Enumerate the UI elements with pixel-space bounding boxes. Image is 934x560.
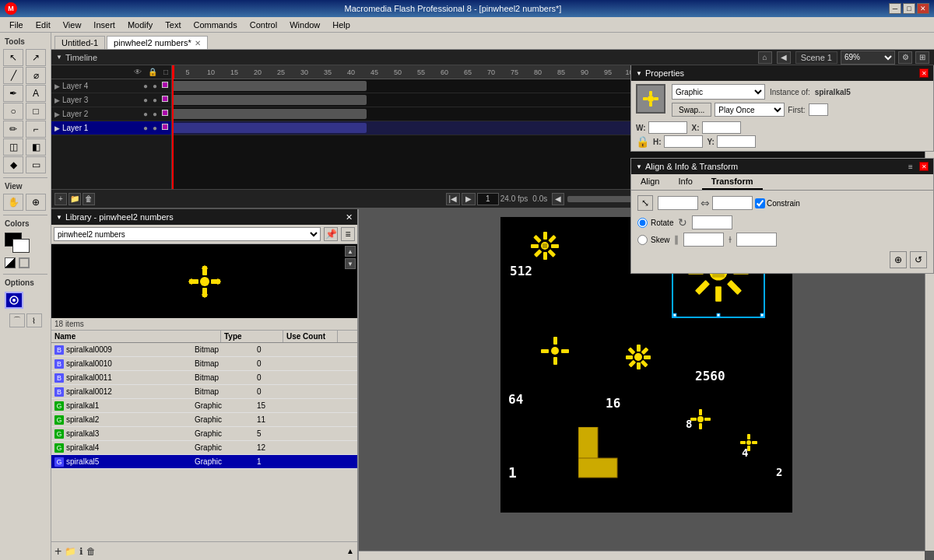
tab-close-icon[interactable]: ✕: [195, 39, 201, 47]
option-snap[interactable]: [5, 292, 23, 309]
properties-close-btn[interactable]: ✕: [919, 68, 929, 78]
rotate-input[interactable]: 0.0°: [692, 215, 732, 229]
menu-window[interactable]: Window: [283, 19, 326, 31]
swap-button[interactable]: Swap...: [672, 103, 711, 117]
rotate-radio[interactable]: [637, 218, 648, 228]
add-layer-btn[interactable]: +: [54, 193, 67, 205]
tab-info[interactable]: Info: [669, 174, 701, 190]
x-input[interactable]: 279.8: [702, 121, 741, 134]
scene-back-btn[interactable]: ◀: [777, 51, 791, 64]
play-once-select[interactable]: Play Once: [715, 103, 785, 117]
arrow-tool[interactable]: ↖: [3, 49, 23, 66]
lib-row-spiralkal2[interactable]: Gspiralkal2 Graphic 11: [51, 413, 357, 427]
library-table[interactable]: Bspiralkal0009 Bitmap 0 Bspiralkal0010 B…: [51, 343, 357, 541]
pen-tool[interactable]: ✒: [3, 85, 23, 102]
lib-row-spiralkal1[interactable]: Gspiralkal1 Graphic 15: [51, 399, 357, 413]
preview-nav-down[interactable]: ▼: [345, 258, 356, 269]
paint-bucket-tool[interactable]: ◧: [26, 138, 46, 156]
layer-row-4[interactable]: ▶ Layer 4 ● ●: [51, 79, 171, 93]
hand-tool[interactable]: ✋: [3, 194, 23, 211]
layer4-eye[interactable]: ●: [143, 82, 148, 90]
align-close-btn[interactable]: ✕: [919, 162, 929, 171]
scale-w-input[interactable]: 40.0%: [658, 196, 698, 210]
add-folder-btn[interactable]: 📁: [68, 193, 81, 205]
spiral-shape-5[interactable]: [738, 431, 760, 454]
skew-v-input[interactable]: 0.0°: [736, 233, 777, 247]
lib-row-spiralkal3[interactable]: Gspiralkal3 Graphic 5: [51, 427, 357, 441]
timeline-settings-btn[interactable]: ⊞: [915, 51, 929, 64]
menu-help[interactable]: Help: [326, 19, 356, 31]
play-btn[interactable]: ▶: [462, 193, 476, 205]
frame-step-btn[interactable]: |◀: [446, 193, 460, 205]
spiral-shape-4[interactable]: [687, 404, 715, 435]
layer2-eye[interactable]: ●: [143, 110, 148, 118]
fill-color[interactable]: [12, 239, 30, 253]
swap-colors[interactable]: [5, 257, 16, 268]
preview-nav-up[interactable]: ▲: [345, 246, 356, 257]
lib-row-spiralkal0012[interactable]: Bspiralkal0012 Bitmap 0: [51, 385, 357, 399]
transform-copy-btn[interactable]: ⊕: [890, 251, 907, 268]
frame-input[interactable]: 1: [477, 193, 499, 205]
menu-control[interactable]: Control: [244, 19, 283, 31]
library-filter-select[interactable]: pinwheel2 numbers: [54, 227, 321, 241]
lib-new-symbol-btn[interactable]: +: [54, 544, 61, 558]
text-tool[interactable]: A: [26, 85, 46, 102]
stage-hscroll[interactable]: [359, 551, 925, 560]
layer-row-1[interactable]: ▶ Layer 1 ● ●: [51, 121, 171, 135]
zoom-select[interactable]: 69%: [841, 51, 895, 65]
eyedropper-tool[interactable]: ◆: [3, 156, 23, 173]
spiral-shape-3[interactable]: [621, 338, 656, 376]
delete-layer-btn[interactable]: 🗑: [83, 193, 95, 205]
menu-insert[interactable]: Insert: [87, 19, 121, 31]
subselect-tool[interactable]: ↗: [26, 49, 46, 66]
lib-info-btn[interactable]: ℹ: [79, 546, 83, 557]
tab-untitled[interactable]: Untitled-1: [54, 36, 105, 49]
first-input[interactable]: 1: [809, 103, 828, 116]
lib-new-folder-btn[interactable]: 📁: [65, 546, 76, 557]
no-color[interactable]: [19, 257, 30, 268]
scale-h-input[interactable]: 40.0%: [712, 196, 753, 210]
menu-view[interactable]: View: [57, 19, 88, 31]
pencil-tool[interactable]: ✏: [3, 121, 23, 138]
lib-row-spiralkal5[interactable]: Gspiralkal5 Graphic 1: [51, 455, 357, 469]
align-menu-btn[interactable]: ≡: [905, 161, 916, 172]
rotate-radio-label[interactable]: Rotate: [637, 218, 673, 228]
line-tool[interactable]: ╱: [3, 67, 23, 84]
layer3-eye[interactable]: ●: [143, 96, 148, 104]
y-input[interactable]: 10.6: [717, 135, 756, 148]
straighten-btn[interactable]: ⌇: [26, 313, 42, 327]
skew-radio[interactable]: [637, 235, 648, 245]
lib-scroll-up[interactable]: ▲: [346, 547, 354, 555]
menu-modify[interactable]: Modify: [121, 19, 159, 31]
rect-tool[interactable]: □: [26, 103, 46, 120]
w-input[interactable]: 284.8: [648, 121, 687, 134]
layer3-lock[interactable]: ●: [153, 96, 157, 104]
spiral-shape-1[interactable]: [524, 225, 567, 268]
menu-edit[interactable]: Edit: [30, 19, 57, 31]
smooth-btn[interactable]: ⌒: [9, 313, 25, 327]
h-input[interactable]: 281.6: [664, 135, 703, 148]
lib-row-spiralkal0009[interactable]: Bspiralkal0009 Bitmap 0: [51, 343, 357, 357]
layer-row-2[interactable]: ▶ Layer 2 ● ●: [51, 107, 171, 121]
lib-row-spiralkal4[interactable]: Gspiralkal4 Graphic 12: [51, 441, 357, 455]
skew-h-input[interactable]: 0.0°: [683, 233, 724, 247]
menu-text[interactable]: Text: [159, 19, 187, 31]
timeline-sync-btn[interactable]: ⚙: [898, 51, 912, 64]
layer4-lock[interactable]: ●: [153, 82, 157, 90]
transform-reset-btn[interactable]: ↺: [910, 251, 927, 268]
menu-commands[interactable]: Commands: [187, 19, 243, 31]
layer1-eye[interactable]: ●: [143, 124, 148, 132]
brush-tool[interactable]: ⌐: [26, 121, 46, 138]
props-type-select[interactable]: Graphic: [672, 84, 765, 100]
lasso-tool[interactable]: ⌀: [26, 67, 46, 84]
ink-bottle-tool[interactable]: ◫: [3, 138, 23, 156]
restore-button[interactable]: □: [903, 3, 915, 14]
layer-row-3[interactable]: ▶ Layer 3 ● ●: [51, 93, 171, 107]
layer2-lock[interactable]: ●: [153, 110, 157, 118]
library-close-btn[interactable]: ✕: [346, 212, 353, 222]
lib-row-spiralkal0011[interactable]: Bspiralkal0011 Bitmap 0: [51, 371, 357, 385]
constrain-checkbox[interactable]: [755, 198, 765, 208]
lib-row-spiralkal0010[interactable]: Bspiralkal0010 Bitmap 0: [51, 357, 357, 371]
tab-document[interactable]: pinwheel2 numbers* ✕: [107, 36, 208, 49]
minimize-button[interactable]: ─: [889, 3, 901, 14]
